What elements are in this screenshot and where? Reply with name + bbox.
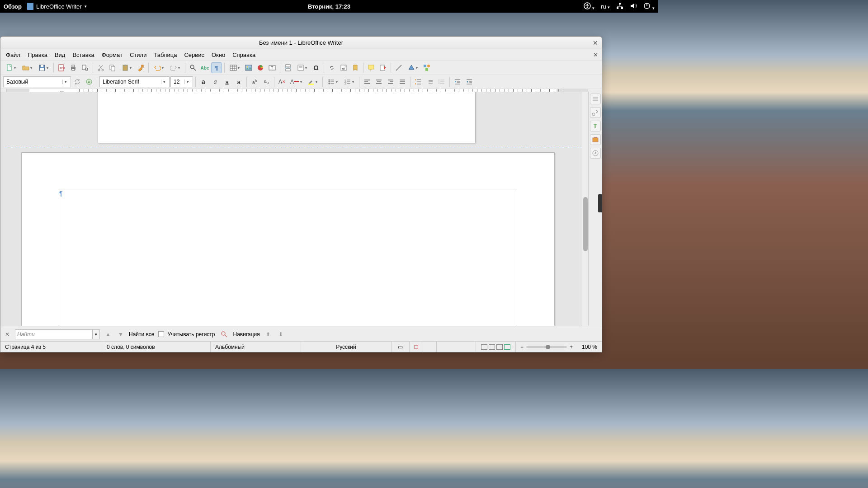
save-button[interactable]: [36, 62, 51, 73]
status-insert-mode[interactable]: ▭: [392, 342, 410, 352]
menu-edit[interactable]: Правка: [24, 50, 51, 60]
menu-help[interactable]: Справка: [229, 50, 259, 60]
find-previous-button[interactable]: ▲: [104, 330, 113, 339]
font-size-combo[interactable]: 12 ▾: [170, 76, 193, 87]
insert-bookmark-button[interactable]: [350, 62, 361, 73]
sidebar-styles-tab[interactable]: T: [590, 121, 601, 131]
sidebar-collapse-handle[interactable]: [598, 194, 602, 212]
underline-button[interactable]: a: [222, 76, 232, 87]
close-findbar-button[interactable]: ✕: [3, 330, 11, 338]
copy-button[interactable]: [107, 62, 118, 73]
zoom-slider[interactable]: [526, 346, 567, 348]
status-signature[interactable]: [423, 342, 437, 352]
clear-formatting-button[interactable]: A✕: [277, 76, 288, 87]
insert-line-button[interactable]: [393, 62, 404, 73]
menu-window[interactable]: Окно: [208, 50, 229, 60]
highlight-button[interactable]: [305, 76, 320, 87]
insert-image-button[interactable]: [243, 62, 254, 73]
scrollbar-thumb[interactable]: [583, 197, 588, 251]
find-replace-open-button[interactable]: [219, 329, 230, 340]
insert-field-button[interactable]: [294, 62, 310, 73]
navigate-up-button[interactable]: ⬆: [264, 330, 273, 339]
menu-styles[interactable]: Стили: [126, 50, 150, 60]
insert-page-break-button[interactable]: [283, 62, 293, 73]
accessibility-menu[interactable]: ▾: [584, 2, 595, 11]
close-document-button[interactable]: ✕: [593, 52, 598, 58]
basic-shapes-button[interactable]: [405, 62, 420, 73]
print-preview-button[interactable]: [80, 62, 90, 73]
clock[interactable]: Вторник, 17:23: [308, 3, 350, 10]
menu-file[interactable]: Файл: [2, 50, 24, 60]
insert-special-char-button[interactable]: Ω: [311, 62, 321, 73]
insert-textbox-button[interactable]: T: [267, 62, 278, 73]
decrease-indent-button[interactable]: [464, 76, 475, 87]
increase-indent-button[interactable]: [452, 76, 463, 87]
insert-hyperlink-button[interactable]: [326, 62, 337, 73]
number-list-button[interactable]: 123: [341, 76, 357, 87]
subscript-button[interactable]: ab: [261, 76, 272, 87]
titlebar[interactable]: Без имени 1 - LibreOffice Writer ✕: [0, 37, 602, 49]
find-history-dropdown[interactable]: ▾: [93, 329, 100, 339]
page-previous[interactable]: ¶: [98, 92, 476, 143]
italic-button[interactable]: a: [210, 76, 221, 87]
align-justify-button[interactable]: [397, 76, 408, 87]
insert-table-button[interactable]: [227, 62, 242, 73]
power-menu[interactable]: ▾: [643, 2, 655, 11]
show-draw-functions-button[interactable]: [421, 62, 432, 73]
open-button[interactable]: [19, 62, 35, 73]
window-close-button[interactable]: ✕: [593, 39, 598, 47]
decrease-spacing-button[interactable]: [425, 76, 435, 87]
status-selection-mode[interactable]: [410, 342, 423, 352]
find-replace-button[interactable]: [188, 62, 198, 73]
superscript-button[interactable]: ab: [249, 76, 260, 87]
find-next-button[interactable]: ▼: [116, 330, 125, 339]
redo-button[interactable]: [167, 62, 183, 73]
navigate-down-button[interactable]: ⬇: [276, 330, 285, 339]
zoom-in-button[interactable]: +: [570, 344, 573, 350]
match-case-checkbox[interactable]: [158, 331, 164, 337]
insert-comment-button[interactable]: [366, 62, 377, 73]
insert-chart-button[interactable]: [255, 62, 266, 73]
insert-footnote-button[interactable]: ab1: [338, 62, 349, 73]
status-page-style[interactable]: Альбомный: [211, 342, 301, 352]
document-area[interactable]: ¶ ¶: [0, 92, 588, 326]
new-button[interactable]: [3, 62, 19, 73]
track-changes-button[interactable]: [377, 62, 388, 73]
print-button[interactable]: [68, 62, 79, 73]
page-current[interactable]: ¶: [21, 152, 555, 326]
update-style-button[interactable]: [72, 76, 83, 87]
formatting-marks-button[interactable]: ¶: [211, 62, 222, 73]
sidebar-navigator-tab[interactable]: [590, 148, 601, 159]
zoom-out-button[interactable]: −: [520, 344, 524, 350]
menu-tools[interactable]: Сервис: [180, 50, 208, 60]
align-left-button[interactable]: [362, 76, 373, 87]
menu-insert[interactable]: Вставка: [69, 50, 98, 60]
find-all-button[interactable]: Найти все: [129, 331, 155, 338]
paste-button[interactable]: [119, 62, 134, 73]
status-zoom-value[interactable]: 100 %: [577, 342, 602, 352]
line-spacing-button[interactable]: [436, 76, 447, 87]
bullet-list-button[interactable]: [325, 76, 340, 87]
sidebar-gallery-tab[interactable]: [590, 134, 601, 145]
vertical-scrollbar[interactable]: [582, 92, 588, 326]
app-menu[interactable]: LibreOffice Writer ▾: [27, 3, 87, 10]
align-right-button[interactable]: [385, 76, 396, 87]
volume-icon[interactable]: [630, 2, 637, 11]
keyboard-layout-indicator[interactable]: ru ▾: [601, 3, 610, 10]
status-page[interactable]: Страница 4 из 5: [0, 342, 102, 352]
font-name-combo[interactable]: Liberation Serif ▾: [99, 76, 170, 87]
status-view-layout[interactable]: [476, 342, 516, 352]
strikethrough-button[interactable]: a: [233, 76, 244, 87]
status-word-count[interactable]: 0 слов, 0 символов: [102, 342, 211, 352]
cut-button[interactable]: [95, 62, 106, 73]
network-icon[interactable]: [616, 2, 623, 11]
undo-button[interactable]: [151, 62, 166, 73]
sidebar-properties-tab[interactable]: [590, 107, 601, 118]
bold-button[interactable]: a: [198, 76, 209, 87]
spellcheck-button[interactable]: Abc: [199, 62, 210, 73]
align-center-button[interactable]: [373, 76, 384, 87]
menu-view[interactable]: Вид: [51, 50, 69, 60]
menu-format[interactable]: Формат: [98, 50, 126, 60]
paragraph-style-combo[interactable]: Базовый ▾: [3, 76, 71, 87]
menu-table[interactable]: Таблица: [150, 50, 180, 60]
